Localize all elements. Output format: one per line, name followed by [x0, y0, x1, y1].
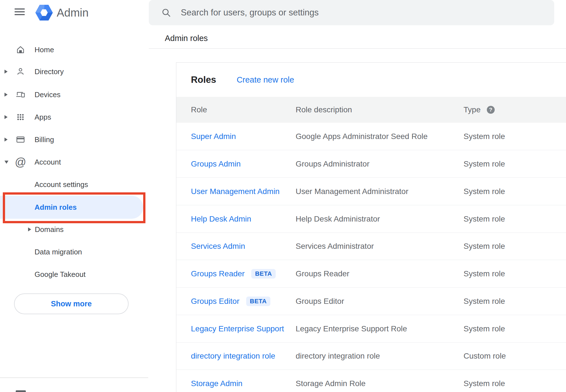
- search-bar: [149, 0, 554, 25]
- beta-badge: BETA: [246, 297, 270, 306]
- role-type: System role: [464, 269, 505, 278]
- sidebar-item-devices[interactable]: Devices: [0, 83, 148, 106]
- google-admin-logo-icon: [35, 4, 53, 21]
- role-link[interactable]: Help Desk Admin: [191, 215, 251, 224]
- person-icon: [15, 67, 26, 77]
- role-description: Google Apps Administrator Seed Role: [296, 132, 428, 141]
- table-header-row: Role Role description Type ?: [176, 97, 566, 123]
- google-admin-console: Admin Home Directory: [0, 0, 566, 392]
- expand-arrow-icon[interactable]: [28, 226, 31, 233]
- role-type: Custom role: [464, 352, 506, 361]
- expand-arrow-icon[interactable]: [4, 114, 8, 120]
- sidebar-subitem-label: Account settings: [35, 180, 88, 189]
- sidebar-item-account[interactable]: @ Account: [0, 151, 148, 173]
- sidebar-item-apps[interactable]: Apps: [0, 106, 148, 128]
- sidebar: Admin Home Directory: [0, 0, 148, 392]
- at-sign-icon: @: [15, 157, 26, 167]
- role-type: System role: [464, 159, 505, 168]
- table-row: Groups Editor BETA Groups Editor System …: [176, 288, 566, 315]
- sidebar-item-home[interactable]: Home: [0, 38, 148, 61]
- role-description: Help Desk Administrator: [296, 215, 380, 224]
- sidebar-item-billing[interactable]: Billing: [0, 128, 148, 151]
- role-link[interactable]: Groups Reader: [191, 269, 245, 278]
- roles-card: Roles Create new role Role Role descript…: [176, 62, 566, 392]
- table-row: directory integration role directory int…: [176, 342, 566, 370]
- sidebar-subitem-label: Admin roles: [35, 203, 77, 212]
- sidebar-item-admin-roles[interactable]: Admin roles: [0, 196, 143, 219]
- breadcrumb: Admin roles: [165, 34, 208, 43]
- sidebar-item-account-settings[interactable]: Account settings: [0, 173, 148, 196]
- table-row: Services Admin Services Administrator Sy…: [176, 233, 566, 260]
- role-type: System role: [464, 297, 505, 306]
- devices-icon: [15, 90, 26, 100]
- role-link[interactable]: Services Admin: [191, 242, 245, 251]
- table-row: Storage Admin Storage Admin Role System …: [176, 370, 566, 392]
- no-expand-arrow: [4, 47, 8, 53]
- sidebar-item-directory[interactable]: Directory: [0, 60, 148, 83]
- role-description: User Management Administrator: [296, 187, 408, 196]
- home-icon: [15, 45, 26, 55]
- collapse-arrow-icon[interactable]: [4, 159, 8, 165]
- expand-arrow-icon[interactable]: [4, 92, 8, 98]
- sidebar-bottom-divider: [0, 377, 148, 378]
- clipped-bottom-icon: [16, 390, 26, 392]
- role-type: System role: [464, 132, 505, 141]
- sidebar-subitem-label: Domains: [35, 225, 64, 234]
- show-more-button[interactable]: Show more: [14, 293, 129, 314]
- role-link[interactable]: Legacy Enterprise Support: [191, 324, 284, 333]
- role-link[interactable]: Groups Admin: [191, 159, 241, 168]
- create-new-role-link[interactable]: Create new role: [237, 75, 294, 85]
- role-type: System role: [464, 379, 505, 388]
- sidebar-subitem-label: Data migration: [35, 248, 82, 256]
- column-header-description: Role description: [296, 105, 352, 114]
- sidebar-item-label: Account: [35, 158, 61, 167]
- role-type: System role: [464, 242, 505, 251]
- expand-arrow-icon[interactable]: [4, 69, 8, 75]
- apps-grid-icon: [15, 112, 26, 122]
- role-description: Groups Editor: [296, 297, 344, 306]
- role-type: System role: [464, 187, 505, 196]
- table-row: User Management Admin User Management Ad…: [176, 178, 566, 205]
- role-description: Groups Administrator: [296, 159, 369, 168]
- role-type: System role: [464, 215, 505, 224]
- sidebar-item-domains[interactable]: Domains: [0, 218, 148, 241]
- role-description: directory integration role: [296, 352, 380, 361]
- sidebar-item-data-migration[interactable]: Data migration: [0, 241, 148, 263]
- role-type: System role: [464, 324, 505, 333]
- table-row: Help Desk Admin Help Desk Administrator …: [176, 205, 566, 233]
- table-row: Super Admin Google Apps Administrator Se…: [176, 123, 566, 150]
- table-row: Groups Reader BETA Groups Reader System …: [176, 260, 566, 288]
- sidebar-item-label: Home: [35, 45, 54, 54]
- table-row: Groups Admin Groups Administrator System…: [176, 150, 566, 178]
- table-row: Legacy Enterprise Support Legacy Enterpr…: [176, 315, 566, 343]
- sidebar-subitem-label: Google Takeout: [35, 270, 86, 279]
- sidebar-item-label: Billing: [35, 135, 54, 144]
- expand-arrow-icon[interactable]: [4, 136, 8, 143]
- role-link[interactable]: Super Admin: [191, 132, 236, 141]
- role-link[interactable]: Groups Editor: [191, 297, 239, 306]
- search-input[interactable]: [180, 7, 554, 18]
- sidebar-item-label: Devices: [35, 90, 60, 99]
- role-description: Groups Reader: [296, 269, 349, 278]
- role-link[interactable]: directory integration role: [191, 352, 275, 361]
- header-divider: [149, 48, 566, 49]
- sidebar-item-label: Apps: [35, 113, 51, 122]
- column-header-type: Type ?: [464, 105, 495, 114]
- role-link[interactable]: User Management Admin: [191, 187, 280, 196]
- credit-card-icon: [15, 135, 26, 145]
- app-title: Admin: [57, 6, 88, 19]
- sidebar-item-label: Directory: [35, 67, 64, 76]
- role-description: Storage Admin Role: [296, 379, 366, 388]
- hamburger-menu-icon[interactable]: [15, 8, 25, 15]
- role-link[interactable]: Storage Admin: [191, 379, 243, 388]
- role-description: Legacy Enterprise Support Role: [296, 324, 407, 333]
- beta-badge: BETA: [251, 269, 275, 279]
- card-title: Roles: [191, 74, 216, 85]
- search-icon: [161, 8, 171, 17]
- help-icon[interactable]: ?: [487, 106, 495, 114]
- column-header-role: Role: [191, 105, 207, 114]
- sidebar-item-google-takeout[interactable]: Google Takeout: [0, 263, 148, 286]
- roles-card-header: Roles Create new role: [176, 63, 566, 97]
- role-description: Services Administrator: [296, 242, 374, 251]
